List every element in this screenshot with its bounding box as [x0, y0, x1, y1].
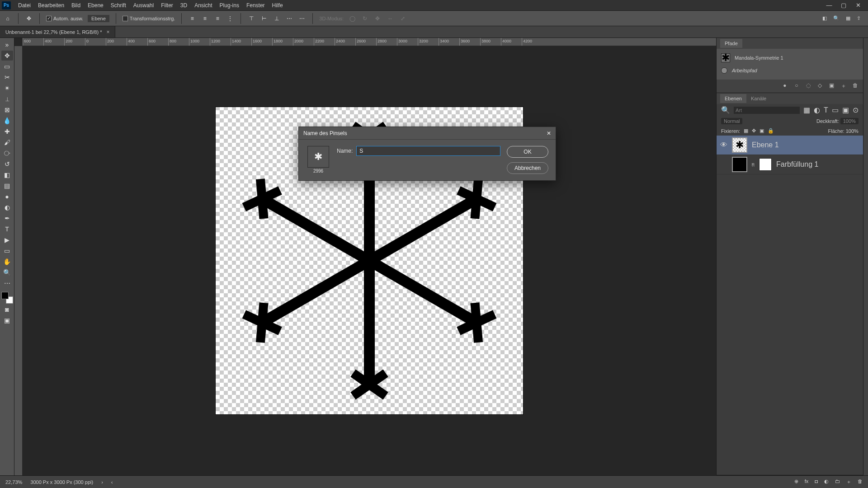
name-field-label: Name:	[337, 148, 353, 154]
brush-name-input[interactable]	[356, 146, 500, 156]
brush-preview-thumbnail: ✱	[307, 146, 329, 168]
modal-overlay: Name des Pinsels ✕ ✱ 2996 Name: OK Abbre…	[0, 0, 868, 488]
brush-size-label: 2996	[313, 169, 323, 174]
ok-button[interactable]: OK	[507, 146, 548, 158]
cancel-button[interactable]: Abbrechen	[507, 162, 548, 174]
close-icon[interactable]: ✕	[547, 130, 551, 136]
brush-name-dialog: Name des Pinsels ✕ ✱ 2996 Name: OK Abbre…	[298, 127, 556, 181]
dialog-title: Name des Pinsels	[303, 130, 347, 136]
